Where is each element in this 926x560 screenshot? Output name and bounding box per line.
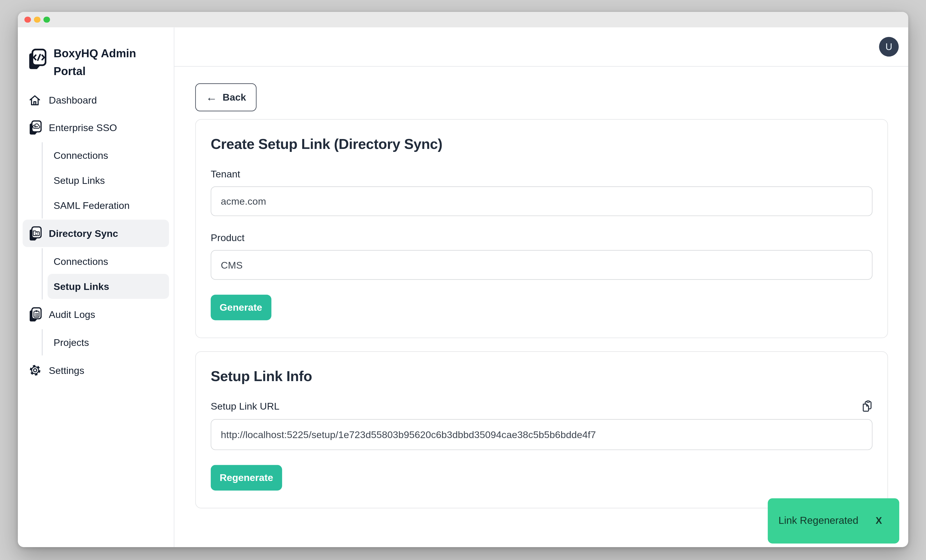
main-area: U ← Back Create Setup Link (Directory Sy… bbox=[174, 27, 908, 547]
setup-link-url-input[interactable] bbox=[210, 419, 873, 450]
regenerate-button[interactable]: Regenerate bbox=[210, 465, 282, 490]
window-titlebar bbox=[18, 12, 908, 27]
minimize-button[interactable] bbox=[34, 17, 40, 23]
sidebar: BoxyHQ Admin Portal Dashboard bbox=[18, 27, 174, 547]
create-setup-link-card: Create Setup Link (Directory Sync) Tenan… bbox=[195, 119, 888, 338]
sidebar-item-label: Directory Sync bbox=[49, 228, 118, 239]
sidebar-item-directory-sync[interactable]: Directory Sync bbox=[23, 220, 169, 247]
sidebar-item-label: Dashboard bbox=[49, 94, 97, 106]
tenant-label: Tenant bbox=[210, 168, 873, 180]
tenant-input[interactable] bbox=[210, 186, 873, 216]
generate-button[interactable]: Generate bbox=[210, 295, 271, 320]
app-window: BoxyHQ Admin Portal Dashboard bbox=[18, 12, 908, 547]
sidebar-item-projects[interactable]: Projects bbox=[48, 330, 169, 355]
back-button[interactable]: ← Back bbox=[195, 83, 257, 111]
copy-button[interactable] bbox=[862, 400, 873, 412]
url-label-row: Setup Link URL bbox=[210, 400, 873, 412]
brand-name: BoxyHQ Admin Portal bbox=[53, 45, 143, 80]
sidebar-sub-enterprise-sso: Connections Setup Links SAML Federation bbox=[42, 142, 169, 218]
card-title: Setup Link Info bbox=[210, 368, 873, 384]
toast-message: Link Regenerated bbox=[778, 515, 858, 527]
app-body: BoxyHQ Admin Portal Dashboard bbox=[18, 27, 908, 547]
top-header: U bbox=[174, 27, 908, 67]
sidebar-item-settings[interactable]: Settings bbox=[23, 357, 169, 384]
product-input[interactable] bbox=[210, 250, 873, 280]
sidebar-item-ds-connections[interactable]: Connections bbox=[48, 249, 169, 274]
card-title: Create Setup Link (Directory Sync) bbox=[210, 136, 873, 152]
close-button[interactable] bbox=[24, 17, 31, 23]
page-content: ← Back Create Setup Link (Directory Sync… bbox=[174, 67, 908, 547]
directory-sync-folder-icon bbox=[28, 226, 42, 241]
toast-close-button[interactable]: X bbox=[876, 516, 882, 526]
sidebar-item-sso-connections[interactable]: Connections bbox=[48, 143, 169, 168]
avatar-initial: U bbox=[885, 41, 892, 52]
sso-cloud-key-icon bbox=[28, 120, 42, 135]
sidebar-sub-directory-sync: Connections Setup Links bbox=[42, 248, 169, 300]
sidebar-sub-audit-logs: Projects bbox=[42, 329, 169, 356]
product-label: Product bbox=[210, 232, 873, 244]
sidebar-item-label: Enterprise SSO bbox=[49, 122, 117, 133]
sidebar-item-enterprise-sso[interactable]: Enterprise SSO bbox=[23, 114, 169, 141]
sidebar-item-ds-setup-links[interactable]: Setup Links bbox=[48, 274, 169, 299]
audit-logs-clipboard-icon bbox=[28, 307, 42, 322]
boxyhq-logo-icon bbox=[27, 45, 46, 71]
sidebar-item-saml-federation[interactable]: SAML Federation bbox=[48, 193, 169, 218]
sidebar-nav: Dashboard Enterprise SSO bbox=[18, 86, 174, 384]
sidebar-item-dashboard[interactable]: Dashboard bbox=[23, 86, 169, 114]
zoom-button[interactable] bbox=[43, 17, 50, 23]
setup-link-url-label: Setup Link URL bbox=[210, 401, 280, 412]
screen: BoxyHQ Admin Portal Dashboard bbox=[0, 0, 926, 560]
back-arrow-icon: ← bbox=[206, 92, 217, 103]
avatar[interactable]: U bbox=[879, 37, 899, 56]
back-button-label: Back bbox=[223, 92, 246, 103]
sidebar-item-audit-logs[interactable]: Audit Logs bbox=[23, 301, 169, 328]
toast-notification: Link Regenerated X bbox=[768, 498, 899, 543]
sidebar-item-label: Audit Logs bbox=[49, 309, 95, 320]
setup-link-info-card: Setup Link Info Setup Link URL bbox=[195, 351, 888, 508]
sidebar-item-sso-setup-links[interactable]: Setup Links bbox=[48, 168, 169, 193]
brand[interactable]: BoxyHQ Admin Portal bbox=[18, 45, 174, 80]
home-icon bbox=[28, 93, 42, 107]
sidebar-item-label: Settings bbox=[49, 365, 84, 376]
copy-icon bbox=[862, 406, 873, 414]
gear-icon bbox=[28, 364, 42, 377]
